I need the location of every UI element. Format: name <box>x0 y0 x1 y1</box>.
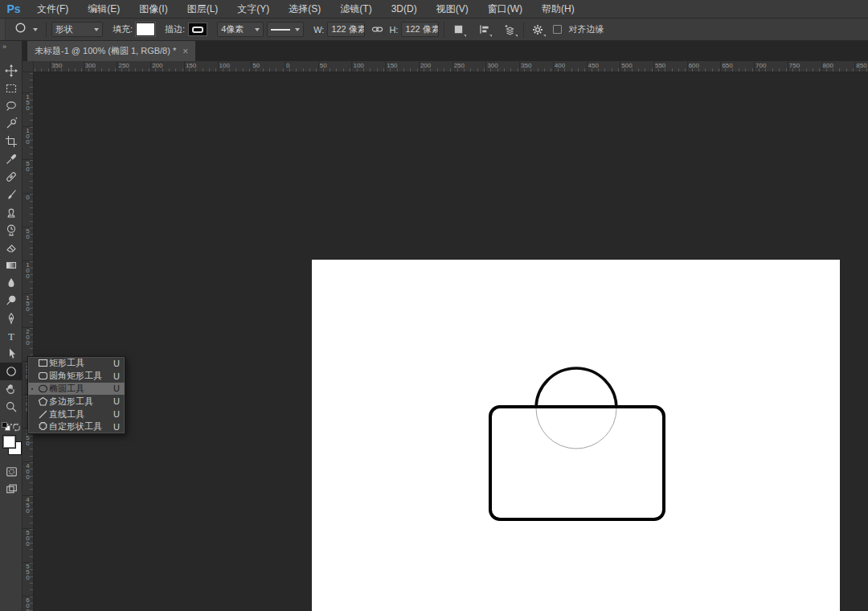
ruler-label: 50 <box>23 228 33 240</box>
clone-stamp-tool[interactable] <box>0 203 23 221</box>
ruler-label: 500 <box>621 62 632 69</box>
path-selection-tool[interactable] <box>0 345 23 363</box>
menu-item[interactable]: 图像(I) <box>129 0 177 18</box>
gear-settings-button[interactable] <box>529 22 547 38</box>
swap-colors-icon[interactable] <box>12 420 21 435</box>
menu-item[interactable]: 选择(S) <box>279 0 330 18</box>
photoshop-logo: Ps <box>0 2 27 15</box>
close-tab-icon[interactable]: × <box>182 47 188 56</box>
type-tool[interactable]: T <box>0 327 23 345</box>
ruler-label: 800 <box>823 62 833 69</box>
stroke-style-dropdown[interactable] <box>267 22 304 37</box>
collapse-panel-chevron-icon[interactable]: » <box>2 43 6 51</box>
blur-tool[interactable] <box>0 274 23 292</box>
horizontal-ruler[interactable]: 3503002502001501005005010015020025030035… <box>34 61 868 72</box>
quick-mask-mode-button[interactable] <box>0 462 23 480</box>
flyout-item-直线工具[interactable]: 直线工具U <box>28 408 125 420</box>
document-canvas[interactable] <box>312 260 840 611</box>
hand-tool[interactable] <box>0 380 23 398</box>
ruler-label: 700 <box>755 62 766 69</box>
ruler-label: 550 <box>655 62 665 69</box>
menu-item[interactable]: 文字(Y) <box>227 0 279 18</box>
stroke-color-swatch[interactable] <box>188 23 207 36</box>
menu-item[interactable]: 文件(F) <box>27 0 78 18</box>
ruler-label: 150 <box>23 295 33 312</box>
spot-healing-brush-tool[interactable] <box>0 168 23 186</box>
flyout-item-自定形状工具[interactable]: 自定形状工具U <box>28 420 125 433</box>
ruler-label: 750 <box>789 62 800 69</box>
eyedropper-tool[interactable] <box>0 150 23 168</box>
menu-item[interactable]: 编辑(E) <box>78 0 129 18</box>
zoom-tool[interactable] <box>0 398 23 416</box>
menu-item[interactable]: 滤镜(T) <box>330 0 381 18</box>
shape-tool-flyout-list: 矩形工具U圆角矩形工具U▪椭圆工具U多边形工具U直线工具U自定形状工具U <box>28 357 125 433</box>
brush-tool[interactable] <box>0 186 23 203</box>
ruler-label: 300 <box>487 62 497 69</box>
flyout-item-圆角矩形工具[interactable]: 圆角矩形工具U <box>28 370 125 383</box>
vertical-ruler[interactable]: 1501005005010015020025030035040045050055… <box>23 72 34 611</box>
ellipse-tool[interactable] <box>0 363 23 380</box>
tool-mode-dropdown[interactable]: 形状 <box>51 22 103 37</box>
align-edges-checkbox[interactable] <box>553 25 562 34</box>
flyout-item-label: 直线工具 <box>49 408 113 420</box>
ruler-label: 50 <box>252 62 260 69</box>
pen-tool[interactable] <box>0 310 23 327</box>
shape-width-value: 122 像素 <box>331 23 365 35</box>
menu-item[interactable]: 视图(V) <box>427 0 478 18</box>
menu-item[interactable]: 3D(D) <box>382 0 427 18</box>
ruler-label: 450 <box>23 497 33 514</box>
quick-selection-tool[interactable] <box>0 115 23 133</box>
tool-preset-picker[interactable] <box>10 21 41 38</box>
move-tool[interactable] <box>0 62 23 80</box>
flyout-item-矩形工具[interactable]: 矩形工具U <box>28 357 125 370</box>
ruler-label: 0 <box>286 62 289 69</box>
chevron-down-icon <box>295 28 300 31</box>
document-tab-bar: 未标题-1 @ 100% (椭圆 1, RGB/8) * × <box>23 41 868 61</box>
custom-shape-icon <box>36 421 49 432</box>
polygon-icon <box>36 396 49 407</box>
flyout-item-多边形工具[interactable]: 多边形工具U <box>28 395 125 408</box>
dodge-tool[interactable] <box>0 292 23 310</box>
flyout-item-椭圆工具[interactable]: ▪椭圆工具U <box>28 383 125 396</box>
default-colors-icon[interactable] <box>2 422 10 431</box>
flyout-item-label: 椭圆工具 <box>49 383 113 395</box>
ruler-label: 350 <box>51 62 62 69</box>
eraser-tool[interactable] <box>0 239 23 256</box>
foreground-color-swatch[interactable] <box>2 435 16 449</box>
stroke-width-dropdown[interactable]: 4像素 <box>217 22 264 37</box>
screen-mode-button[interactable] <box>0 480 23 498</box>
ruler-label: 400 <box>23 463 33 480</box>
tools-panel: » T <box>0 41 23 611</box>
link-dimensions-button[interactable] <box>368 22 386 38</box>
ruler-origin-corner[interactable] <box>23 61 34 72</box>
foreground-background-swatches[interactable] <box>0 435 23 461</box>
shape-width-input[interactable]: 122 像素 <box>327 22 365 37</box>
shape-height-input[interactable]: 122 像素 <box>401 22 439 37</box>
tool-mode-value: 形状 <box>55 23 73 35</box>
history-brush-tool[interactable] <box>0 221 23 239</box>
flyout-item-label: 圆角矩形工具 <box>49 370 113 382</box>
crop-tool[interactable] <box>0 133 23 150</box>
path-operations-button[interactable] <box>449 22 467 38</box>
chevron-down-icon <box>255 28 260 31</box>
shape-drawing <box>312 260 840 611</box>
flyout-item-label: 多边形工具 <box>49 396 113 408</box>
ruler-label: 50 <box>23 161 33 172</box>
fill-color-swatch[interactable] <box>136 23 155 36</box>
menu-items: 文件(F)编辑(E)图像(I)图层(L)文字(Y)选择(S)滤镜(T)3D(D)… <box>27 0 584 18</box>
chevron-down-icon <box>489 35 492 37</box>
document-tab[interactable]: 未标题-1 @ 100% (椭圆 1, RGB/8) * × <box>27 41 195 61</box>
ruler-label: 200 <box>23 329 33 346</box>
menu-item[interactable]: 帮助(H) <box>532 0 584 18</box>
ellipse-icon <box>36 383 49 394</box>
path-arrangement-button[interactable] <box>501 22 518 38</box>
gradient-tool[interactable] <box>0 256 23 274</box>
rectangular-marquee-tool[interactable] <box>0 80 23 97</box>
lasso-tool[interactable] <box>0 97 23 115</box>
flyout-item-shortcut: U <box>113 371 125 381</box>
menu-item[interactable]: 图层(L) <box>178 0 228 18</box>
ruler-label: 150 <box>387 62 397 69</box>
ruler-label: 50 <box>320 62 327 69</box>
menu-item[interactable]: 窗口(W) <box>478 0 532 18</box>
path-alignment-button[interactable] <box>475 22 493 38</box>
